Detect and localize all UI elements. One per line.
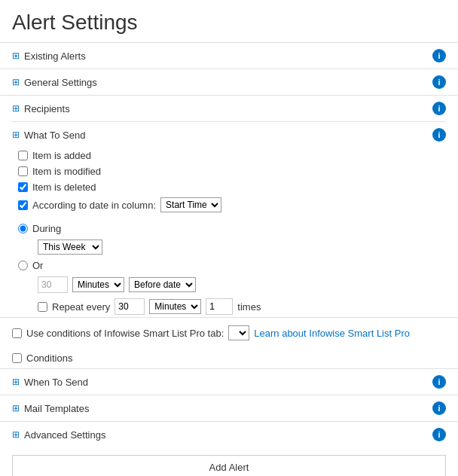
- item-modified-row: Item is modified: [12, 163, 446, 179]
- advanced-settings-info-icon[interactable]: i: [432, 428, 446, 441]
- what-to-send-section: ⊞ What To Send i Item is added Item is m…: [0, 121, 458, 317]
- during-radio-row: During: [18, 221, 446, 236]
- general-settings-expand[interactable]: ⊞: [12, 77, 20, 87]
- existing-alerts-label: Existing Alerts: [24, 50, 86, 62]
- or-radio[interactable]: [18, 261, 28, 270]
- item-added-row: Item is added: [12, 148, 446, 163]
- during-or-section: During This Week Today This Month Or Min…: [12, 215, 446, 317]
- general-settings-label: General Settings: [24, 77, 97, 88]
- or-label: Or: [32, 260, 43, 271]
- what-to-send-expand[interactable]: ⊞: [12, 130, 20, 140]
- recipients-expand[interactable]: ⊞: [12, 103, 20, 114]
- existing-alerts-info-icon[interactable]: i: [432, 49, 446, 63]
- page-title: Alert Settings: [0, 0, 458, 42]
- date-column-row: According to date in column: Start Time …: [12, 195, 446, 215]
- before-date-select[interactable]: Before date After date: [129, 277, 196, 292]
- when-to-send-info-icon[interactable]: i: [432, 375, 446, 389]
- general-settings-section: ⊞ General Settings i: [0, 69, 458, 95]
- mail-templates-info-icon[interactable]: i: [432, 401, 446, 415]
- advanced-settings-expand[interactable]: ⊞: [12, 429, 20, 440]
- recipients-info-icon[interactable]: i: [432, 102, 446, 115]
- smart-list-select[interactable]: [228, 325, 249, 340]
- advanced-settings-section: ⊞ Advanced Settings i: [0, 421, 458, 447]
- or-inputs-row: Minutes Hours Days Before date After dat…: [18, 273, 446, 296]
- learn-smart-list-link[interactable]: Learn about Infowise Smart List Pro: [254, 328, 410, 339]
- conditions-label: Conditions: [26, 352, 72, 364]
- repeat-times-input[interactable]: [206, 298, 233, 315]
- item-deleted-checkbox[interactable]: [18, 182, 28, 192]
- according-to-date-checkbox[interactable]: [18, 200, 28, 210]
- according-to-date-label: According to date in column:: [32, 200, 156, 211]
- smart-list-checkbox[interactable]: [12, 328, 22, 338]
- recipients-section: ⊞ Recipients i: [0, 95, 458, 121]
- conditions-checkbox[interactable]: [12, 353, 22, 363]
- date-column-select[interactable]: Start Time Due Date End Date: [160, 197, 221, 212]
- general-settings-info-icon[interactable]: i: [432, 75, 446, 89]
- advanced-settings-label: Advanced Settings: [24, 429, 105, 441]
- when-to-send-expand[interactable]: ⊞: [12, 377, 20, 387]
- mail-templates-expand[interactable]: ⊞: [12, 403, 20, 413]
- repeat-label: Repeat every: [52, 301, 110, 313]
- what-to-send-info-icon[interactable]: i: [432, 128, 446, 142]
- repeat-value-input[interactable]: [114, 298, 145, 315]
- during-period-select[interactable]: This Week Today This Month: [38, 240, 102, 255]
- during-label: During: [32, 223, 61, 234]
- add-alert-section: Add Alert: [12, 455, 446, 476]
- when-to-send-section: ⊞ When To Send i: [0, 368, 458, 395]
- item-modified-checkbox[interactable]: [18, 166, 28, 176]
- item-modified-label: Item is modified: [32, 166, 101, 177]
- repeat-checkbox[interactable]: [38, 302, 47, 312]
- item-added-label: Item is added: [32, 150, 91, 161]
- conditions-row: Conditions: [0, 348, 458, 368]
- add-alert-button[interactable]: Add Alert: [13, 456, 445, 476]
- existing-alerts-expand[interactable]: ⊞: [12, 50, 20, 61]
- item-added-checkbox[interactable]: [18, 151, 28, 160]
- minutes-before-select[interactable]: Minutes Hours Days: [72, 277, 124, 292]
- minutes-input[interactable]: [38, 276, 68, 293]
- during-select-row: This Week Today This Month: [18, 236, 446, 258]
- smart-list-row: Use conditions of Infowise Smart List Pr…: [0, 317, 458, 348]
- repeat-minutes-select[interactable]: Minutes Hours Days: [149, 299, 201, 314]
- repeat-row: Repeat every Minutes Hours Days times: [18, 296, 446, 317]
- during-radio[interactable]: [18, 224, 28, 233]
- item-deleted-label: Item is deleted: [32, 182, 96, 193]
- what-to-send-label: What To Send: [24, 130, 85, 141]
- times-label: times: [237, 301, 261, 313]
- when-to-send-label: When To Send: [24, 377, 88, 388]
- mail-templates-section: ⊞ Mail Templates i: [0, 395, 458, 421]
- or-radio-row: Or: [18, 258, 446, 273]
- smart-list-label: Use conditions of Infowise Smart List Pr…: [26, 328, 224, 339]
- recipients-label: Recipients: [24, 103, 70, 114]
- mail-templates-label: Mail Templates: [24, 403, 89, 414]
- existing-alerts-section: ⊞ Existing Alerts i: [0, 42, 458, 69]
- item-deleted-row: Item is deleted: [12, 179, 446, 195]
